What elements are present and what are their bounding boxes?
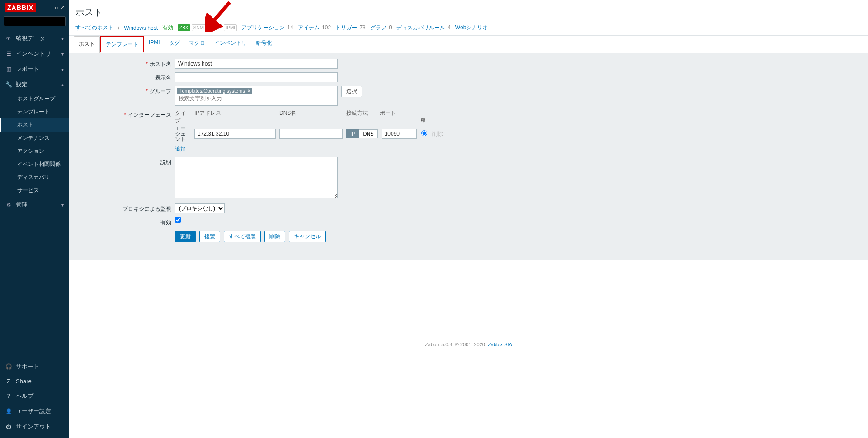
groups-label: グループ (75, 86, 175, 95)
badge-snmp: SNMP (192, 24, 208, 31)
headset-icon: 🎧 (5, 363, 12, 370)
nav-monitoring[interactable]: 👁監視データ▾ (0, 31, 69, 46)
status-enabled: 有効 (162, 24, 173, 32)
wrench-icon: 🔧 (5, 81, 12, 88)
description-textarea[interactable] (175, 157, 338, 198)
badge-ipmi: IPMI (224, 24, 237, 31)
ifhead-type: タイプ (175, 109, 191, 125)
power-icon: ⏻ (5, 424, 12, 430)
footer-help[interactable]: ?ヘルプ (0, 388, 69, 404)
update-button[interactable]: 更新 (175, 231, 196, 242)
footer-share[interactable]: ZShare (0, 374, 69, 388)
fullscreen-icon[interactable]: ⤢ (60, 5, 65, 11)
subnav-hosts[interactable]: ホスト (0, 118, 69, 132)
crumb-all-hosts[interactable]: すべてのホスト (75, 24, 113, 32)
tab-host[interactable]: ホスト (74, 36, 100, 53)
nav-items[interactable]: アイテム (298, 24, 320, 31)
breadcrumb-bar: すべてのホスト / Windows host 有効 ZBX SNMP JMX I… (69, 22, 868, 36)
nav-graphs[interactable]: グラフ (370, 24, 387, 31)
brand-logo[interactable]: ZABBIX (5, 3, 36, 12)
interface-agent-label: エージェント (175, 126, 191, 142)
ifhead-port: ポート (380, 109, 415, 125)
groups-search-input[interactable] (177, 94, 267, 103)
footer-logout[interactable]: ⏻サインアウト (0, 419, 69, 434)
badge-zbx: ZBX (178, 24, 190, 31)
description-label: 説明 (75, 157, 175, 166)
footer-support[interactable]: 🎧サポート (0, 359, 69, 374)
interface-row: エージェント IP DNS 削除 (175, 126, 443, 142)
interface-delete-link: 削除 (432, 130, 443, 138)
interface-connect-seg[interactable]: IP DNS (346, 129, 378, 138)
footer-profile[interactable]: 👤ユーザー設定 (0, 404, 69, 419)
eye-icon: 👁 (5, 35, 12, 42)
ifhead-dns: DNS名 (279, 109, 343, 125)
ifhead-conn: 接続方法 (346, 109, 376, 125)
subnav-discovery[interactable]: ディスカバリ (0, 171, 69, 184)
delete-button[interactable]: 削除 (264, 231, 285, 242)
proxy-select[interactable]: (プロキシなし) (175, 203, 225, 213)
ifhead-ip: IPアドレス (194, 109, 276, 125)
subnav-correlation[interactable]: イベント相関関係 (0, 158, 69, 171)
chip-remove-icon[interactable]: × (248, 88, 250, 94)
visiblename-input[interactable] (175, 72, 338, 82)
groups-multiselect[interactable]: Templates/Operating systems× (175, 86, 338, 106)
sidebar: ZABBIX ‹‹ ⤢ 🔍 👁監視データ▾ ☰インベントリ▾ ▥レポート▾ 🔧設… (0, 0, 69, 438)
nav-applications[interactable]: アプリケーション (241, 24, 285, 31)
gear-icon: ⚙ (5, 202, 12, 208)
nav-reports[interactable]: ▥レポート▾ (0, 61, 69, 77)
tab-encryption[interactable]: 暗号化 (251, 36, 277, 53)
hostname-input[interactable] (175, 59, 338, 69)
enabled-label: 有効 (75, 217, 175, 226)
group-chip[interactable]: Templates/Operating systems× (177, 88, 252, 94)
cancel-button[interactable]: キャンセル (289, 231, 326, 242)
tab-templates[interactable]: テンプレート (100, 36, 144, 53)
tab-tags[interactable]: タグ (165, 36, 184, 53)
groups-select-button[interactable]: 選択 (341, 86, 362, 97)
share-icon: Z (5, 378, 12, 385)
main-content: ホスト すべてのホスト / Windows host 有効 ZBX SNMP J… (69, 0, 868, 438)
subnav-templates[interactable]: テンプレート (0, 105, 69, 118)
enabled-checkbox[interactable] (175, 217, 181, 223)
collapse-icon[interactable]: ‹‹ (55, 5, 58, 11)
search-input[interactable] (4, 17, 77, 26)
crumb-current-host[interactable]: Windows host (124, 25, 158, 31)
nav-configuration[interactable]: 🔧設定▴ (0, 77, 69, 92)
subnav-services[interactable]: サービス (0, 184, 69, 197)
page-title: ホスト (69, 0, 868, 22)
subnav-hostgroups[interactable]: ホストグループ (0, 92, 69, 105)
nav-triggers[interactable]: トリガー (335, 24, 357, 31)
interface-dns-input[interactable] (279, 129, 343, 139)
interface-default-radio[interactable] (421, 130, 427, 136)
tabs: ホスト テンプレート IPMI タグ マクロ インベントリ 暗号化 (69, 36, 868, 53)
page-footer: Zabbix 5.0.4. © 2001–2020, Zabbix SIA (69, 260, 868, 352)
chart-icon: ▥ (5, 66, 12, 72)
conn-ip-button[interactable]: IP (346, 129, 359, 138)
subnav-actions[interactable]: アクション (0, 145, 69, 158)
clone-button[interactable]: 複製 (199, 231, 220, 242)
nav-discovery-rules[interactable]: ディスカバリルール (396, 24, 445, 31)
footer-link[interactable]: Zabbix SIA (488, 342, 512, 347)
interface-port-input[interactable] (382, 129, 417, 139)
interface-add-link[interactable]: 追加 (175, 146, 186, 152)
nav-administration[interactable]: ⚙管理▾ (0, 197, 69, 212)
help-icon: ? (5, 393, 12, 399)
subnav-maintenance[interactable]: メンテナンス (0, 132, 69, 145)
fullclone-button[interactable]: すべて複製 (224, 231, 261, 242)
list-icon: ☰ (5, 51, 12, 57)
visiblename-label: 表示名 (75, 72, 175, 82)
nav-web-scenarios[interactable]: Webシナリオ (455, 24, 488, 31)
proxy-label: プロキシによる監視 (75, 203, 175, 213)
conn-dns-button[interactable]: DNS (359, 129, 377, 138)
hostname-label: ホスト名 (75, 59, 175, 68)
interface-ip-input[interactable] (194, 129, 276, 139)
interfaces-label: インターフェース (75, 109, 175, 119)
tab-ipmi[interactable]: IPMI (144, 36, 165, 53)
tab-macros[interactable]: マクロ (184, 36, 210, 53)
badge-jmx: JMX (210, 24, 222, 31)
user-icon: 👤 (5, 408, 12, 414)
nav-inventory[interactable]: ☰インベントリ▾ (0, 46, 69, 61)
tab-inventory[interactable]: インベントリ (210, 36, 251, 53)
